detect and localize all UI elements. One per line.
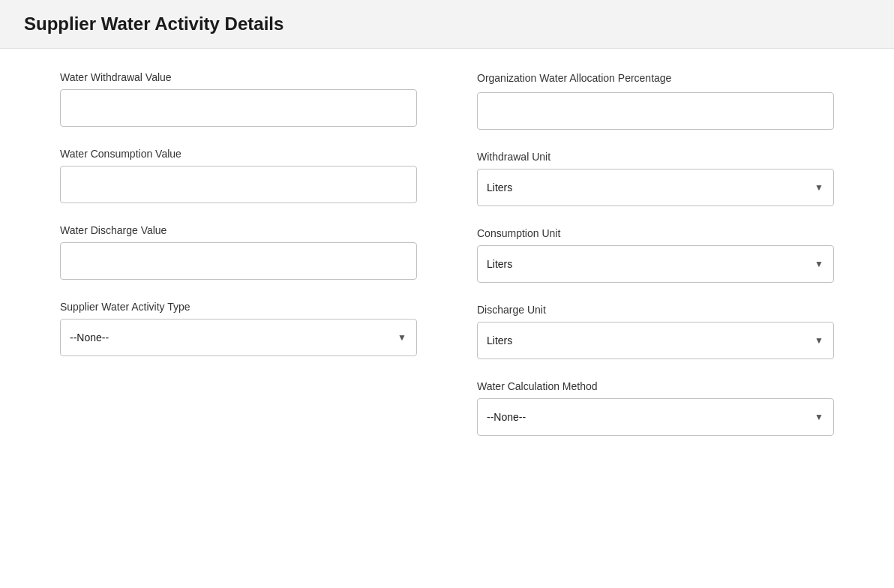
form-container: Water Withdrawal Value Water Consumption… [0, 49, 894, 479]
water-withdrawal-value-input[interactable] [60, 89, 417, 127]
water-consumption-value-input[interactable] [60, 166, 417, 203]
water-discharge-value-input[interactable] [60, 242, 417, 280]
water-calculation-method-label: Water Calculation Method [477, 380, 834, 392]
page-title: Supplier Water Activity Details [24, 14, 870, 34]
page-header: Supplier Water Activity Details [0, 0, 894, 49]
consumption-unit-group: Consumption Unit Liters ▼ [477, 227, 834, 283]
consumption-unit-label: Consumption Unit [477, 227, 834, 239]
water-calculation-method-select[interactable]: --None-- [477, 398, 834, 436]
supplier-water-activity-type-select[interactable]: --None-- [60, 319, 417, 356]
water-consumption-value-group: Water Consumption Value [60, 148, 417, 203]
withdrawal-unit-select[interactable]: Liters [477, 169, 834, 206]
water-calculation-method-wrapper: --None-- ▼ [477, 398, 834, 436]
discharge-unit-group: Discharge Unit Liters ▼ [477, 304, 834, 359]
form-grid: Water Withdrawal Value Water Consumption… [60, 71, 834, 457]
supplier-water-activity-type-group: Supplier Water Activity Type --None-- ▼ [60, 301, 417, 356]
discharge-unit-wrapper: Liters ▼ [477, 322, 834, 359]
discharge-unit-label: Discharge Unit [477, 304, 834, 316]
water-discharge-value-label: Water Discharge Value [60, 224, 417, 236]
left-column: Water Withdrawal Value Water Consumption… [60, 71, 417, 457]
water-withdrawal-value-group: Water Withdrawal Value [60, 71, 417, 127]
withdrawal-unit-group: Withdrawal Unit Liters ▼ [477, 151, 834, 206]
consumption-unit-wrapper: Liters ▼ [477, 245, 834, 283]
right-column: Organization Water Allocation Percentage… [477, 71, 834, 457]
water-calculation-method-group: Water Calculation Method --None-- ▼ [477, 380, 834, 436]
withdrawal-unit-label: Withdrawal Unit [477, 151, 834, 163]
discharge-unit-select[interactable]: Liters [477, 322, 834, 359]
water-withdrawal-value-label: Water Withdrawal Value [60, 71, 417, 83]
org-water-allocation-group: Organization Water Allocation Percentage [477, 71, 834, 130]
org-water-allocation-input[interactable] [477, 92, 834, 130]
water-consumption-value-label: Water Consumption Value [60, 148, 417, 160]
supplier-water-activity-type-wrapper: --None-- ▼ [60, 319, 417, 356]
page-wrapper: Supplier Water Activity Details Water Wi… [0, 0, 894, 588]
supplier-water-activity-type-label: Supplier Water Activity Type [60, 301, 417, 313]
org-water-allocation-label: Organization Water Allocation Percentage [477, 71, 834, 86]
water-discharge-value-group: Water Discharge Value [60, 224, 417, 280]
withdrawal-unit-wrapper: Liters ▼ [477, 169, 834, 206]
consumption-unit-select[interactable]: Liters [477, 245, 834, 283]
